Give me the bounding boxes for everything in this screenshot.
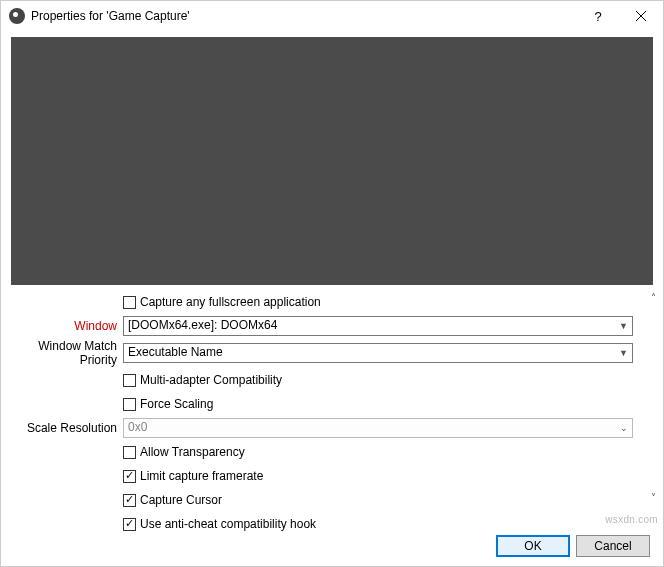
watermark: wsxdn.com	[605, 514, 658, 525]
cancel-button[interactable]: Cancel	[576, 535, 650, 557]
limit-framerate-checkbox[interactable]: Limit capture framerate	[123, 469, 633, 483]
close-icon	[636, 11, 646, 21]
checkbox-icon	[123, 296, 136, 309]
scroll-down-icon: ˅	[645, 493, 661, 503]
chevron-down-icon: ▼	[619, 321, 628, 331]
checkbox-icon	[123, 398, 136, 411]
capture-fullscreen-checkbox[interactable]: Capture any fullscreen application	[123, 295, 633, 309]
checkbox-icon	[123, 470, 136, 483]
match-priority-dropdown[interactable]: Executable Name ▼	[123, 343, 633, 363]
help-button[interactable]: ?	[578, 1, 618, 31]
checkbox-icon	[123, 446, 136, 459]
multi-adapter-label: Multi-adapter Compatibility	[140, 373, 282, 387]
titlebar: Properties for 'Game Capture' ?	[1, 1, 663, 31]
checkbox-icon	[123, 494, 136, 507]
scroll-up-icon: ˄	[645, 293, 661, 303]
checkbox-icon	[123, 518, 136, 531]
window-value: [DOOMx64.exe]: DOOMx64	[128, 318, 277, 332]
scale-resolution-dropdown[interactable]: 0x0 ⌄	[123, 418, 633, 438]
button-bar: OK Cancel	[496, 535, 650, 557]
force-scaling-label: Force Scaling	[140, 397, 213, 411]
limit-framerate-label: Limit capture framerate	[140, 469, 263, 483]
multi-adapter-checkbox[interactable]: Multi-adapter Compatibility	[123, 373, 633, 387]
scale-resolution-label: Scale Resolution	[11, 421, 123, 435]
window-label: Window	[11, 319, 123, 333]
window-dropdown[interactable]: [DOOMx64.exe]: DOOMx64 ▼	[123, 316, 633, 336]
capture-cursor-checkbox[interactable]: Capture Cursor	[123, 493, 633, 507]
match-priority-label: Window Match Priority	[11, 339, 123, 367]
force-scaling-checkbox[interactable]: Force Scaling	[123, 397, 633, 411]
allow-transparency-label: Allow Transparency	[140, 445, 245, 459]
checkbox-icon	[123, 374, 136, 387]
app-icon	[9, 8, 25, 24]
anti-cheat-checkbox[interactable]: Use anti-cheat compatibility hook	[123, 517, 633, 531]
match-priority-value: Executable Name	[128, 345, 223, 359]
scale-resolution-value: 0x0	[128, 420, 147, 434]
chevron-down-icon: ▼	[619, 348, 628, 358]
form-scrollbar[interactable]: ˄ ˅	[645, 293, 661, 503]
capture-cursor-label: Capture Cursor	[140, 493, 222, 507]
form-area: ˄ ˅ Capture any fullscreen application W…	[1, 285, 663, 535]
window-title: Properties for 'Game Capture'	[31, 9, 578, 23]
ok-button[interactable]: OK	[496, 535, 570, 557]
allow-transparency-checkbox[interactable]: Allow Transparency	[123, 445, 633, 459]
capture-fullscreen-label: Capture any fullscreen application	[140, 295, 321, 309]
close-button[interactable]	[618, 1, 663, 31]
chevron-down-icon: ⌄	[620, 423, 628, 433]
preview-area	[11, 37, 653, 285]
anti-cheat-label: Use anti-cheat compatibility hook	[140, 517, 316, 531]
